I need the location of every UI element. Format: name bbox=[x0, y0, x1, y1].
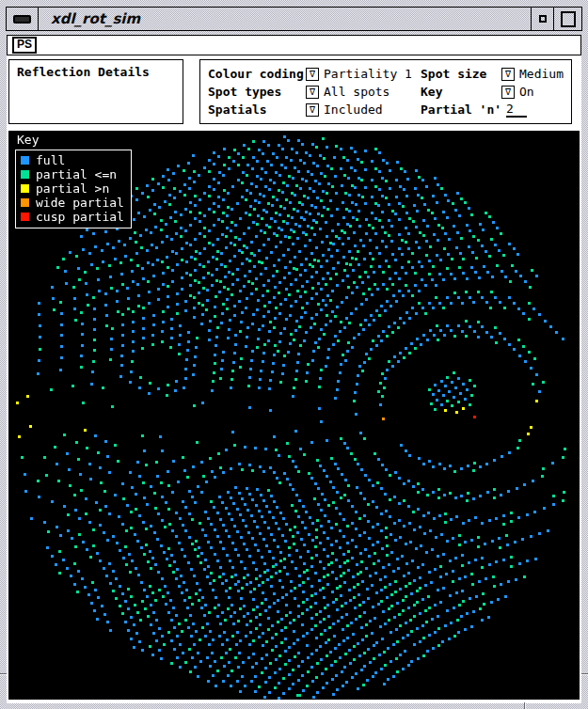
legend-swatch-icon bbox=[21, 213, 29, 221]
bottom-frame-resize-handle[interactable] bbox=[524, 702, 526, 709]
dropdown-button[interactable]: ∇ bbox=[501, 68, 515, 81]
maximize-icon bbox=[561, 11, 576, 27]
maximize-button[interactable] bbox=[553, 8, 581, 30]
partial-n-input[interactable]: 2 bbox=[506, 102, 527, 118]
control-group: Spatials∇Included bbox=[208, 102, 421, 117]
right-frame-resize-handle[interactable] bbox=[581, 673, 588, 675]
dropdown-arrow-icon: ∇ bbox=[310, 70, 315, 79]
legend-swatch-icon bbox=[21, 170, 29, 179]
dropdown-button[interactable]: ∇ bbox=[306, 103, 319, 117]
control-group: Key∇On bbox=[421, 85, 565, 99]
dropdown-button[interactable]: ∇ bbox=[306, 68, 319, 81]
key-legend-item: partial >n bbox=[21, 181, 124, 196]
control-value[interactable]: Medium bbox=[519, 67, 564, 81]
key-legend-item: cusp partial bbox=[21, 210, 124, 224]
control-label: Partial 'n' bbox=[421, 102, 501, 117]
legend-label: partial <=n bbox=[36, 167, 117, 181]
control-value[interactable]: Partiality 1 bbox=[324, 67, 412, 81]
key-legend: Key fullpartial <=npartial >nwide partia… bbox=[15, 133, 132, 228]
key-legend-box: fullpartial <=npartial >nwide partialcus… bbox=[15, 150, 132, 228]
dropdown-arrow-icon: ∇ bbox=[505, 70, 511, 79]
legend-swatch-icon bbox=[21, 184, 29, 193]
key-legend-item: full bbox=[21, 153, 124, 167]
reflection-details-title: Reflection Details bbox=[17, 65, 175, 79]
left-frame-resize-handle[interactable] bbox=[0, 673, 7, 675]
ps-toolbar: PS bbox=[7, 35, 581, 55]
dropdown-arrow-icon: ∇ bbox=[310, 87, 315, 97]
dropdown-arrow-icon: ∇ bbox=[310, 105, 315, 115]
legend-label: partial >n bbox=[36, 181, 109, 196]
control-label: Spot size bbox=[421, 67, 501, 81]
controls-row: Colour coding∇Partiality 1Spot size∇Medi… bbox=[208, 65, 565, 83]
control-value[interactable]: Included bbox=[324, 102, 383, 117]
legend-swatch-icon bbox=[21, 156, 29, 165]
legend-label: wide partial bbox=[36, 196, 124, 210]
control-group: Colour coding∇Partiality 1 bbox=[208, 67, 421, 81]
reflection-details-panel: Reflection Details bbox=[8, 59, 183, 124]
client-area: PS Reflection Details Colour coding∇Part… bbox=[7, 35, 581, 702]
key-legend-title: Key bbox=[17, 133, 132, 147]
control-label: Spatials bbox=[208, 102, 306, 117]
controls-row: Spatials∇IncludedPartial 'n'2 bbox=[208, 101, 565, 118]
dropdown-arrow-icon: ∇ bbox=[505, 87, 511, 97]
ps-button[interactable]: PS bbox=[12, 37, 37, 54]
control-value[interactable]: On bbox=[519, 85, 534, 99]
app-window: xdl_rot_sim PS Reflection Details Colour… bbox=[0, 0, 588, 709]
dropdown-button[interactable]: ∇ bbox=[501, 86, 515, 99]
legend-label: full bbox=[36, 153, 65, 167]
legend-label: cusp partial bbox=[36, 210, 124, 224]
controls-panel: Colour coding∇Partiality 1Spot size∇Medi… bbox=[199, 59, 572, 124]
titlebar-drag-area[interactable]: xdl_rot_sim bbox=[39, 8, 531, 30]
control-label: Colour coding bbox=[208, 67, 306, 81]
window-menu-button[interactable] bbox=[7, 8, 39, 30]
detector-area: Key fullpartial <=npartial >nwide partia… bbox=[7, 130, 581, 703]
control-group: Spot types∇All spots bbox=[208, 85, 421, 99]
control-label: Spot types bbox=[208, 85, 306, 99]
legend-swatch-icon bbox=[21, 198, 29, 207]
control-value[interactable]: All spots bbox=[324, 85, 389, 99]
panels-strip: Reflection Details Colour coding∇Partial… bbox=[7, 55, 581, 130]
control-group: Spot size∇Medium bbox=[421, 67, 565, 81]
iconify-button[interactable] bbox=[531, 8, 553, 30]
key-legend-item: wide partial bbox=[21, 196, 124, 210]
iconify-icon bbox=[539, 15, 547, 23]
window-menu-dash-icon bbox=[13, 15, 31, 24]
key-legend-item: partial <=n bbox=[21, 167, 124, 181]
titlebar[interactable]: xdl_rot_sim bbox=[6, 7, 582, 31]
window-title: xdl_rot_sim bbox=[51, 10, 140, 27]
control-label: Key bbox=[421, 85, 501, 99]
detector-display[interactable]: Key fullpartial <=npartial >nwide partia… bbox=[8, 131, 580, 700]
dropdown-button[interactable]: ∇ bbox=[306, 86, 319, 99]
controls-row: Spot types∇All spotsKey∇On bbox=[208, 83, 565, 101]
control-group: Partial 'n'2 bbox=[421, 102, 565, 118]
